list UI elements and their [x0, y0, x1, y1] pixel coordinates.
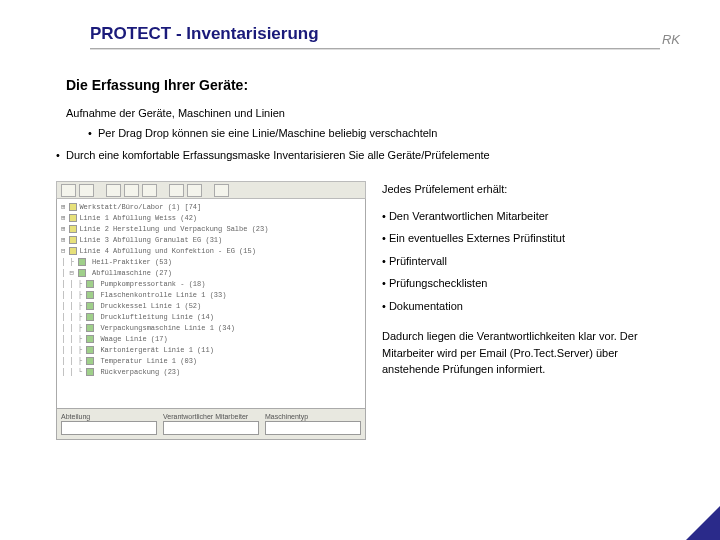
tree-row[interactable]: │ │ ├ Druckkessel Linie 1 (52) [61, 301, 361, 312]
form-label: Verantwortlicher Mitarbeiter [163, 413, 259, 420]
list-item: Den Verantwortlichen Mitarbeiter [382, 208, 660, 225]
tree-row[interactable]: │ ⊟ Abfüllmaschine (27) [61, 268, 361, 279]
list-item: Prüfintervall [382, 253, 660, 270]
sub-bullet: •Per Drag Drop können sie eine Linie/Mas… [88, 127, 660, 139]
form-input[interactable] [265, 421, 361, 435]
title-underline [90, 48, 660, 49]
toolbar-button[interactable] [169, 184, 184, 197]
tree-pane[interactable]: ⊞ Werkstatt/Büro/Labor (1) [74] ⊞ Linie … [56, 199, 366, 409]
tree-row[interactable]: │ ├ Heil-Praktiker (53) [61, 257, 361, 268]
tree-row[interactable]: │ │ ├ Druckluftleitung Linie (14) [61, 312, 361, 323]
form-input[interactable] [61, 421, 157, 435]
tree-row[interactable]: ⊞ Werkstatt/Büro/Labor (1) [74] [61, 202, 361, 213]
main-bullet-text: Durch eine komfortable Erfassungsmaske I… [66, 149, 490, 161]
toolbar-button[interactable] [106, 184, 121, 197]
tree-row[interactable]: │ │ ├ Pumpkompressortank - (18) [61, 279, 361, 290]
tree-row[interactable]: ⊞ Linie 1 Abfüllung Weiss (42) [61, 213, 361, 224]
toolbar-button[interactable] [124, 184, 139, 197]
list-item: Ein eventuelles Externes Prüfinstitut [382, 230, 660, 247]
tree-row[interactable]: ⊞ Linie 3 Abfüllung Granulat EG (31) [61, 235, 361, 246]
tree-row[interactable]: │ │ ├ Verpackungsmaschine Linie 1 (34) [61, 323, 361, 334]
tree-row[interactable]: │ │ └ Rückverpackung (23) [61, 367, 361, 378]
toolbar-button[interactable] [214, 184, 229, 197]
corner-decoration [686, 506, 720, 540]
tree-row[interactable]: ⊞ Linie 2 Herstellung und Verpackung Sal… [61, 224, 361, 235]
intro-text: Aufnahme der Geräte, Maschinen und Linie… [66, 107, 660, 119]
tree-row[interactable]: │ │ ├ Kartoniergerät Linie 1 (11) [61, 345, 361, 356]
list-item: Dokumentation [382, 298, 660, 315]
tree-row[interactable]: │ │ ├ Flaschenkontrolle Linie 1 (33) [61, 290, 361, 301]
app-screenshot: ⊞ Werkstatt/Büro/Labor (1) [74] ⊞ Linie … [56, 181, 366, 440]
toolbar-button[interactable] [79, 184, 94, 197]
list-item: Prüfungschecklisten [382, 275, 660, 292]
sub-bullet-text: Per Drag Drop können sie eine Linie/Masc… [98, 127, 437, 139]
tree-row[interactable]: ⊟ Linie 4 Abfüllung und Konfektion - EG … [61, 246, 361, 257]
right-heading: Jedes Prüfelement erhält: [382, 181, 660, 198]
form-label: Maschinentyp [265, 413, 361, 420]
tree-row[interactable]: │ │ ├ Waage Linie (17) [61, 334, 361, 345]
form-panel: Abteilung Verantwortlicher Mitarbeiter M… [56, 409, 366, 440]
tree-row[interactable]: │ │ ├ Temperatur Linie 1 (03) [61, 356, 361, 367]
form-label: Abteilung [61, 413, 157, 420]
toolbar [56, 181, 366, 199]
form-input[interactable] [163, 421, 259, 435]
toolbar-button[interactable] [61, 184, 76, 197]
right-list: Den Verantwortlichen Mitarbeiter Ein eve… [382, 208, 660, 315]
logo: RK [662, 32, 680, 47]
page-title: PROTECT - Inventarisierung [90, 24, 660, 44]
main-bullet: •Durch eine komfortable Erfassungsmaske … [56, 149, 660, 161]
toolbar-button[interactable] [142, 184, 157, 197]
toolbar-button[interactable] [187, 184, 202, 197]
right-footer: Dadurch liegen die Verantwortlichkeiten … [382, 328, 660, 378]
right-column: Jedes Prüfelement erhält: Den Verantwort… [382, 181, 660, 440]
subtitle: Die Erfassung Ihrer Geräte: [66, 77, 660, 93]
